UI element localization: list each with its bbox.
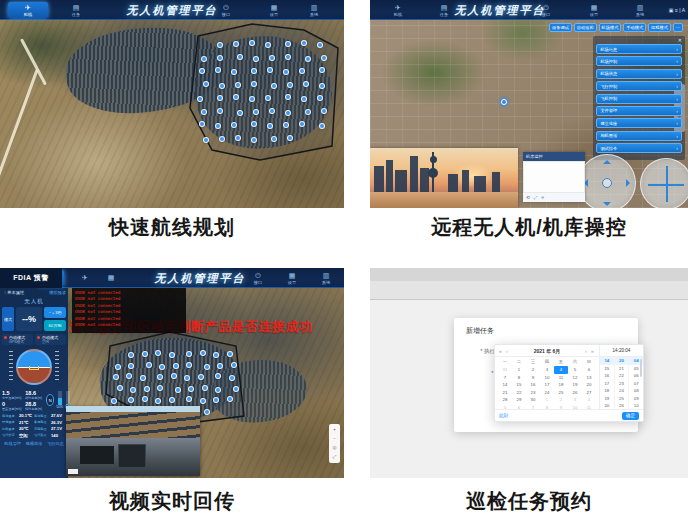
waypoint-marker[interactable] (186, 351, 192, 357)
calendar-day[interactable]: 29 (512, 396, 526, 404)
waypoint-marker[interactable] (305, 56, 311, 62)
waypoint-marker[interactable] (285, 41, 291, 47)
time-option[interactable]: 24 (615, 387, 629, 395)
waypoint-marker[interactable] (217, 42, 223, 48)
next-year-icon[interactable]: » (591, 345, 594, 357)
calendar-day[interactable]: 14 (498, 381, 512, 389)
expand-icon[interactable]: ⤢ (534, 195, 538, 201)
waypoint-marker[interactable] (146, 362, 152, 368)
waypoint-marker[interactable] (231, 69, 237, 75)
hangar-menu-item[interactable]: 机场控制› (596, 56, 682, 66)
now-link[interactable]: 此刻 (499, 413, 508, 418)
city-skyline-photo[interactable] (370, 148, 518, 208)
nav-item[interactable]: ▦设置 (254, 2, 294, 18)
waypoint-marker[interactable] (233, 41, 239, 47)
waypoint-marker[interactable] (227, 396, 233, 402)
hangar-menu-item[interactable]: 机场信息› (596, 44, 682, 54)
waypoint-marker[interactable] (251, 121, 257, 127)
waypoint-marker[interactable] (267, 67, 273, 73)
waypoint-marker[interactable] (213, 397, 219, 403)
waypoint-marker[interactable] (204, 409, 210, 415)
time-option[interactable]: 09 (629, 395, 643, 403)
calendar-day[interactable]: 1 (540, 396, 554, 404)
calendar-day[interactable]: 5 (568, 366, 582, 374)
waypoint-marker[interactable] (305, 109, 311, 115)
sidebar-link[interactable]: 飞行日志 (47, 441, 64, 446)
hangar-menu-item[interactable]: 飞机控制› (596, 94, 682, 104)
waypoint-marker[interactable] (265, 95, 271, 101)
waypoint-marker[interactable] (251, 137, 257, 143)
quick-action-button[interactable]: 自动巡检 (574, 23, 597, 32)
calendar-day[interactable]: 3 (568, 396, 582, 404)
waypoint-marker[interactable] (111, 398, 117, 404)
calendar-day[interactable]: 15 (512, 381, 526, 389)
waypoint-marker[interactable] (171, 373, 177, 379)
more-actions-button[interactable]: ⋯ (673, 23, 683, 32)
waypoint-marker[interactable] (299, 121, 305, 127)
waypoint-marker[interactable] (317, 95, 323, 101)
calendar-day[interactable]: 2 (554, 396, 568, 404)
waypoint-marker[interactable] (319, 123, 325, 129)
time-option[interactable]: 25 (615, 395, 629, 403)
calendar-day[interactable]: 13 (582, 374, 596, 382)
waypoint-marker[interactable] (202, 385, 208, 391)
waypoint-marker[interactable] (217, 363, 223, 369)
waypoint-marker[interactable] (126, 373, 132, 379)
waypoint-marker[interactable] (227, 351, 233, 357)
waypoint-marker[interactable] (128, 363, 134, 369)
waypoint-marker[interactable] (319, 67, 325, 73)
waypoint-marker[interactable] (169, 352, 175, 358)
mode-toggle[interactable]: 自动模式GPS模式 (2, 334, 33, 345)
waypoint-marker[interactable] (219, 136, 225, 142)
quick-action-button[interactable]: 手动模式 (623, 23, 646, 32)
calendar-day[interactable]: 3 (540, 366, 554, 374)
calendar-day[interactable]: 27 (582, 389, 596, 397)
waypoint-marker[interactable] (317, 42, 323, 48)
waypoint-marker[interactable] (301, 40, 307, 46)
waypoint-marker[interactable] (173, 363, 179, 369)
time-option[interactable]: 17 (600, 380, 614, 388)
mode-toggle[interactable]: 自动模式空闲 (35, 334, 66, 345)
waypoint-marker[interactable] (219, 83, 225, 89)
waypoint-marker[interactable] (201, 56, 207, 62)
waypoint-marker[interactable] (204, 364, 210, 370)
nav-item[interactable]: ▦设置 (574, 2, 614, 18)
waypoint-marker[interactable] (186, 362, 192, 368)
calendar-day[interactable]: 28 (498, 396, 512, 404)
waypoint-marker[interactable] (198, 374, 204, 380)
nav-item[interactable]: ▥系统 (306, 270, 344, 286)
waypoint-marker[interactable] (253, 109, 259, 115)
waypoint-marker[interactable] (217, 95, 223, 101)
waypoint-marker[interactable] (157, 385, 163, 391)
waypoint-marker[interactable] (159, 364, 165, 370)
waypoint-marker[interactable] (319, 83, 325, 89)
calendar-day[interactable]: 21 (498, 389, 512, 397)
waypoint-marker[interactable] (203, 137, 209, 143)
waypoint-marker[interactable] (285, 110, 291, 116)
minus-icon[interactable]: － (332, 436, 337, 442)
waypoint-marker[interactable] (217, 108, 223, 114)
calendar-day[interactable]: 26 (568, 389, 582, 397)
waypoint-marker[interactable] (175, 387, 181, 393)
waypoint-marker[interactable] (285, 54, 291, 60)
time-option[interactable]: 18 (600, 387, 614, 395)
hangar-menu-item[interactable]: 建立连接› (596, 118, 682, 128)
nav-item[interactable]: ⏻接口 (526, 2, 566, 18)
hangar-menu-item[interactable]: 测试指令› (596, 143, 682, 153)
expand-icon[interactable]: ⤢ (333, 454, 337, 460)
calendar-day[interactable]: 23 (526, 389, 540, 397)
adjust-button[interactable]: − + 3档 (44, 307, 66, 318)
nav-item[interactable]: ▤任务 (56, 2, 96, 18)
waypoint-marker[interactable] (235, 82, 241, 88)
close-icon[interactable]: ✕ (678, 37, 682, 43)
waypoint-marker[interactable] (233, 94, 239, 100)
waypoint-marker[interactable] (287, 82, 293, 88)
calendar-day[interactable]: 10 (540, 374, 554, 382)
nav-item[interactable]: ✈航线 (378, 2, 418, 18)
calendar-day[interactable]: 12 (568, 374, 582, 382)
waypoint-marker[interactable] (321, 108, 327, 114)
waypoint-marker[interactable] (144, 386, 150, 392)
waypoint-marker[interactable] (237, 54, 243, 60)
waypoint-marker[interactable] (117, 385, 123, 391)
waypoint-marker[interactable] (215, 387, 221, 393)
